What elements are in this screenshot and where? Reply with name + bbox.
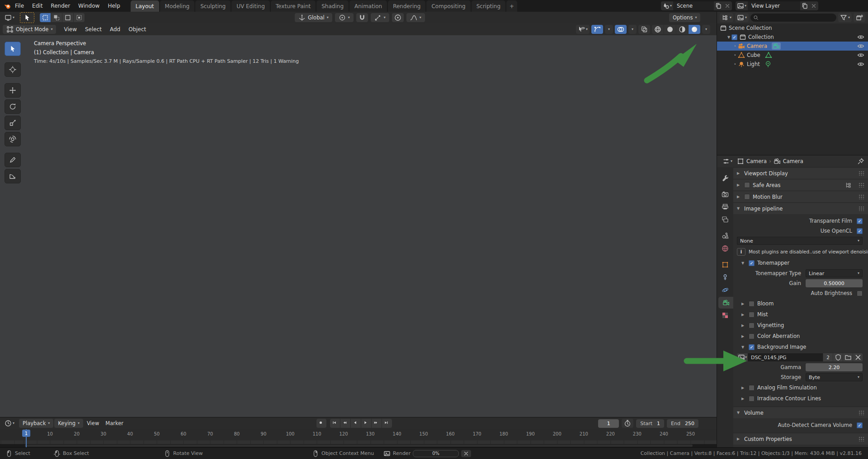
panel-header-irradiance-contour-lines[interactable]: ▶Irradiance Contour Lines [733,393,868,404]
dropdown-none[interactable]: None▾ [737,237,863,245]
light-data-icon[interactable] [764,61,772,68]
value-field-gamma[interactable]: 2.20 [806,363,863,371]
checkbox-auto-detect-camera-volume[interactable]: ✓ [857,422,863,428]
panel-header-mist[interactable]: ▶Mist [733,309,868,320]
collection-checkbox[interactable]: ✓ [731,34,737,40]
panel-drag-dots[interactable] [859,436,864,441]
expand-arrow-icon[interactable]: ▶ [737,195,741,199]
expand-arrow-icon[interactable]: ▼ [741,345,746,349]
current-frame-field[interactable]: 1 [598,419,619,428]
panel-checkbox-motion-blur[interactable] [744,194,750,200]
properties-tab-output[interactable] [717,201,733,213]
proportional-falloff-dropdown[interactable]: ▾ [406,13,425,22]
timeline-editor-type-button[interactable]: ▾ [3,418,16,428]
scene-browse-button[interactable]: ▾ [661,1,673,10]
timeline-menu-view[interactable]: View [84,420,102,426]
outliner-search-input[interactable] [750,14,836,22]
tool-annotate[interactable] [5,153,21,167]
panel-checkbox-background-image[interactable]: ✓ [749,344,755,350]
outliner-row-light[interactable]: ‣Light [717,60,868,69]
properties-tab-constraints[interactable] [717,272,733,283]
view-layer-name-field[interactable]: View Layer [748,1,800,10]
panel-checkbox-vignetting[interactable] [749,323,755,328]
camera-data-badge[interactable] [772,42,781,50]
panel-checkbox-safe-areas[interactable] [744,182,750,188]
properties-tab-scene[interactable] [717,230,733,242]
panel-checkbox-analog-film-simulation[interactable] [749,385,755,391]
workspace-tab-texture-paint[interactable]: Texture Paint [271,0,316,12]
tool-select-box[interactable] [5,42,21,56]
shading-material[interactable] [676,25,688,34]
menu-file[interactable]: File [11,0,28,12]
panel-drag-dots[interactable] [859,171,864,176]
workspace-tab-modeling[interactable]: Modeling [160,0,195,12]
eye-icon[interactable] [857,52,864,59]
panel-header-safe-areas[interactable]: ▶Safe Areas [733,179,868,191]
transport-next-key-button[interactable] [372,419,382,428]
workspace-tab-sculpting[interactable]: Sculpting [195,0,231,12]
use-preview-range-toggle[interactable] [622,419,633,428]
panel-header-custom-properties[interactable]: ▶Custom Properties [733,433,868,445]
expand-arrow-icon[interactable]: ▶ [741,313,746,317]
expand-arrow-icon[interactable]: ▶ [741,397,746,401]
checkbox-use-opencl[interactable]: ✓ [857,228,863,234]
eye-icon[interactable] [857,61,864,68]
panel-header-tonemapper[interactable]: ▼✓Tonemapper [733,258,868,268]
pivot-point-dropdown[interactable]: ▾ [335,13,354,22]
properties-tab-physics[interactable] [717,284,733,296]
outliner-row-cube[interactable]: ‣Cube [717,51,868,60]
expand-arrow-icon[interactable]: ‣ [732,44,738,48]
select-mode-invert[interactable] [74,13,85,22]
list-icon[interactable] [845,182,852,189]
expand-arrow-icon[interactable]: ▼ [737,206,741,211]
expand-arrow-icon[interactable]: ▶ [737,183,741,187]
transport-play-button[interactable] [361,419,371,428]
image-users-button[interactable]: 2 [823,353,833,361]
viewport-canvas[interactable] [0,35,717,417]
properties-editor-type-button[interactable]: ▾ [721,156,734,166]
shading-dropdown[interactable]: ▾ [702,25,710,34]
timeline-ruler[interactable]: 1020304050607080901001101201301401501601… [0,429,717,440]
outliner-filter-id-dropdown[interactable]: ▾ [735,13,749,22]
show-gizmos-toggle[interactable] [591,25,603,34]
timeline-menu-playback[interactable]: Playback▾ [19,419,53,428]
checkbox-auto-brightness[interactable] [857,290,863,296]
frame-start-field[interactable]: Start1 [636,419,664,428]
panel-drag-dots[interactable] [859,206,864,211]
scene-copy-button[interactable] [714,1,723,10]
unlink-image-button[interactable] [853,353,863,361]
expand-arrow-icon[interactable]: ▶ [737,171,741,175]
active-tool-button[interactable] [20,12,34,23]
workspace-tab-rendering[interactable]: Rendering [388,0,425,12]
panel-checkbox-color-aberration[interactable] [749,333,755,339]
breadcrumb-object[interactable]: Camera [746,158,767,164]
blender-logo-icon[interactable] [4,2,11,9]
mode-dropdown[interactable]: Object Mode▾ [3,25,56,34]
workspace-tab-compositing[interactable]: Compositing [426,0,470,12]
auto-key-record-button[interactable] [316,419,326,428]
transport-jump-end-button[interactable] [382,419,392,428]
expand-arrow-icon[interactable]: ▼ [741,261,746,265]
timeline-menu-keying[interactable]: Keying▾ [54,419,83,428]
workspace-tab-animation[interactable]: Animation [349,0,387,12]
panel-checkbox-irradiance-contour-lines[interactable] [749,396,755,402]
image-name-field[interactable]: DSC_0145.JPG [748,353,823,361]
shading-solid[interactable] [664,25,676,34]
panel-header-motion-blur[interactable]: ▶Motion Blur [733,191,868,202]
eye-icon[interactable] [857,42,864,50]
expand-arrow-icon[interactable]: ▶ [741,323,746,328]
snap-with-dropdown[interactable]: ▾ [371,13,389,22]
pin-icon[interactable] [857,158,864,165]
xray-toggle[interactable] [638,25,650,34]
show-overlays-toggle[interactable] [615,25,627,34]
dropdown-tonemapper-type[interactable]: Linear▾ [806,269,863,277]
tool-measure[interactable] [5,169,21,183]
outliner-filter-dropdown[interactable]: ▾ [838,13,852,22]
workspace-tab--[interactable]: + [506,0,517,12]
panel-header-vignetting[interactable]: ▶Vignetting [733,320,868,331]
panel-header-color-aberration[interactable]: ▶Color Aberration [733,331,868,342]
proportional-editing-toggle[interactable] [392,13,404,22]
scene-name-field[interactable]: Scene [673,1,714,10]
outliner-row-camera[interactable]: ‣Camera [717,42,868,51]
tool-scale[interactable] [5,116,21,130]
